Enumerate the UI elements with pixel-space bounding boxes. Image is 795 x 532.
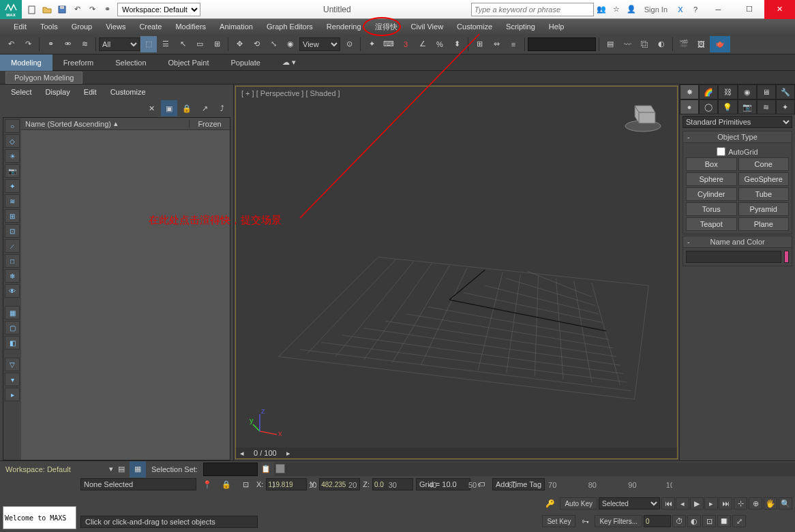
cone-button[interactable]: Cone (738, 157, 790, 171)
nav-7-icon[interactable]: 🔲 (717, 515, 731, 527)
x-app-icon[interactable]: X (674, 3, 687, 16)
explorer-name-header[interactable]: Name (Sorted Ascending) (25, 120, 111, 128)
layer-explorer-icon[interactable]: ▤ (113, 461, 130, 478)
keymode-combo[interactable]: Selected (599, 497, 660, 510)
torus-button[interactable]: Torus (686, 202, 737, 216)
autogrid-checkbox[interactable] (717, 147, 725, 156)
menu-views[interactable]: Views (99, 19, 132, 34)
filter-lights-icon[interactable]: ☀ (5, 149, 20, 163)
keyfilters-button[interactable]: Key Filters... (595, 515, 642, 527)
app-logo[interactable]: MAX (0, 0, 22, 19)
render-setup-icon[interactable]: 🎬 (676, 36, 692, 52)
cameras-subtab-icon[interactable]: 📷 (738, 99, 757, 114)
filter-xref-icon[interactable]: ⊡ (5, 224, 20, 238)
hierarchy-tab-icon[interactable]: ⛓ (718, 84, 737, 99)
unlink-tb-icon[interactable]: ⚮ (59, 36, 76, 52)
filter-all-icon[interactable]: ▦ (5, 306, 20, 319)
filter-hidden-icon[interactable]: 👁 (5, 284, 20, 298)
polygon-modeling-tab[interactable]: Polygon Modeling (5, 72, 82, 84)
search-input[interactable] (471, 3, 594, 16)
link-tb-icon[interactable]: ⚭ (42, 36, 59, 52)
scale-icon[interactable]: ⤡ (265, 36, 282, 52)
cylinder-button[interactable]: Cylinder (686, 187, 737, 201)
signin-label[interactable]: Sign In (644, 5, 668, 14)
menu-scripting[interactable]: Scripting (499, 19, 542, 34)
explorer-edit[interactable]: Edit (78, 88, 102, 96)
display-tab-icon[interactable]: 🖥 (757, 84, 776, 99)
connect-icon[interactable]: 👥 (595, 3, 608, 16)
keyboard-icon[interactable]: ⌨ (380, 36, 397, 52)
filter-container-icon[interactable]: □ (5, 254, 20, 268)
geometry-subtab-icon[interactable]: ● (680, 99, 699, 114)
maximize-button[interactable]: ☐ (734, 0, 764, 19)
explorer-frozen-header[interactable]: Frozen (189, 120, 230, 128)
color-swatch[interactable] (784, 251, 789, 263)
filter-shapes-icon[interactable]: ◇ (5, 134, 20, 148)
utilities-tab-icon[interactable]: 🔧 (776, 84, 795, 99)
explorer-list[interactable]: Name (Sorted Ascending)▴ Frozen (21, 118, 230, 460)
move-icon[interactable]: ✥ (231, 36, 247, 52)
explorer-pick-icon[interactable]: ⤴ (214, 100, 230, 116)
filter-helpers-icon[interactable]: ✦ (5, 179, 20, 193)
explorer-customize[interactable]: Customize (105, 88, 151, 96)
menu-animation[interactable]: Animation (213, 19, 260, 34)
menu-civil-view[interactable]: Civil View (404, 19, 450, 34)
nav-1-icon[interactable]: ⊹ (734, 497, 747, 510)
current-frame-input[interactable] (644, 515, 671, 527)
percent-snap-icon[interactable]: % (432, 36, 448, 52)
spinner-snap-icon[interactable]: ⬍ (449, 36, 465, 52)
filter-cameras-icon[interactable]: 📷 (5, 164, 20, 178)
menu-edit[interactable]: Edit (7, 19, 33, 34)
undo-icon[interactable]: ↶ (70, 3, 84, 16)
teapot-button[interactable]: Teapot (686, 217, 737, 231)
filter-groups-icon[interactable]: ⊞ (5, 209, 20, 223)
namecolor-rollout[interactable]: Name and Color (682, 236, 792, 248)
box-button[interactable]: Box (686, 157, 737, 171)
link-icon[interactable]: ⚭ (100, 3, 114, 16)
shapes-subtab-icon[interactable]: ◯ (699, 99, 718, 114)
explorer-select[interactable]: Select (5, 88, 38, 96)
geosphere-button[interactable]: GeoSphere (738, 172, 790, 186)
plane-button[interactable]: Plane (738, 217, 790, 231)
lock-icon[interactable]: 🔒 (218, 476, 235, 492)
filter-funnel-icon[interactable]: ▽ (5, 358, 20, 371)
nav-4-icon[interactable]: 🔍 (779, 497, 792, 510)
timeline[interactable] (274, 463, 795, 476)
modify-tab-icon[interactable]: 🌈 (699, 84, 718, 99)
pyramid-button[interactable]: Pyramid (738, 202, 790, 216)
explorer-view-icon[interactable]: ▣ (161, 100, 177, 116)
nav-8-icon[interactable]: ⤢ (732, 515, 746, 527)
filter-invert-icon[interactable]: ◧ (5, 336, 20, 349)
play-icon[interactable]: ▶ (690, 497, 704, 510)
viewport[interactable]: [ + ] [ Perspective ] [ Shaded ] x y z (235, 86, 678, 459)
workspace-combo[interactable]: Workspace: Default (117, 3, 200, 16)
minimize-button[interactable]: ─ (703, 0, 734, 19)
lights-subtab-icon[interactable]: 💡 (718, 99, 737, 114)
new-icon[interactable] (25, 3, 39, 16)
ribbon-modeling[interactable]: Modeling (0, 54, 52, 71)
redo-tb-icon[interactable]: ↷ (20, 36, 36, 52)
explorer-arrow-icon[interactable]: ↗ (196, 100, 213, 116)
autokey-button[interactable]: Auto Key (560, 497, 597, 510)
time-config-icon[interactable]: ⏱ (672, 515, 686, 527)
named-selection-input[interactable] (528, 37, 596, 51)
objecttype-rollout[interactable]: Object Type (682, 131, 792, 143)
nav-2-icon[interactable]: ⊕ (749, 497, 762, 510)
select-icon[interactable]: ⬚ (140, 36, 157, 52)
angle-snap-icon[interactable]: ∠ (415, 36, 431, 52)
menu-modifiers[interactable]: Modifiers (168, 19, 213, 34)
helpers-subtab-icon[interactable]: ≋ (757, 99, 776, 114)
filter-none-icon[interactable]: ▢ (5, 321, 20, 334)
select-window-icon[interactable]: ⊞ (209, 36, 225, 52)
close-button[interactable]: ✕ (764, 0, 795, 19)
setkey-button[interactable]: Set Key (542, 515, 575, 527)
goto-start-icon[interactable]: ⏮ (661, 497, 675, 510)
mirror-icon[interactable]: ⇔ (488, 36, 505, 52)
render-frame-icon[interactable]: 🖼 (693, 36, 709, 52)
filter-geometry-icon[interactable]: ○ (5, 119, 20, 133)
pivot-icon[interactable]: ⊙ (341, 36, 357, 52)
next-frame-icon[interactable]: ▸ (704, 497, 718, 510)
open-icon[interactable] (40, 3, 54, 16)
sphere-button[interactable]: Sphere (686, 172, 737, 186)
align-icon[interactable]: ≡ (505, 36, 522, 52)
